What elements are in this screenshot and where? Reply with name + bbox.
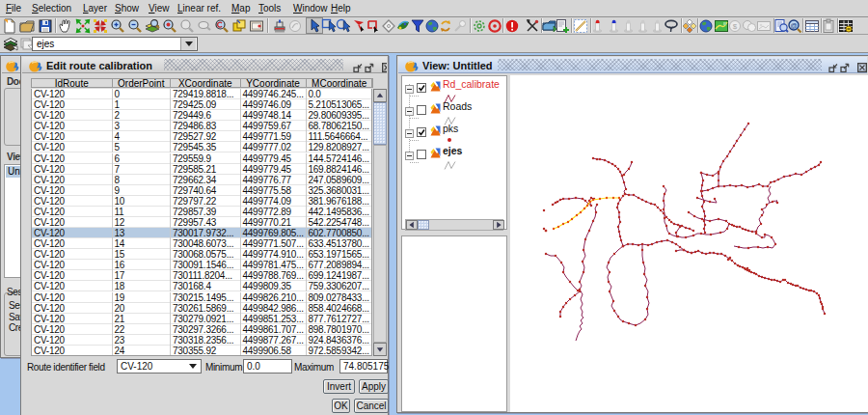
svg-text:@: @	[790, 22, 797, 29]
svg-text:$: $	[733, 22, 738, 31]
